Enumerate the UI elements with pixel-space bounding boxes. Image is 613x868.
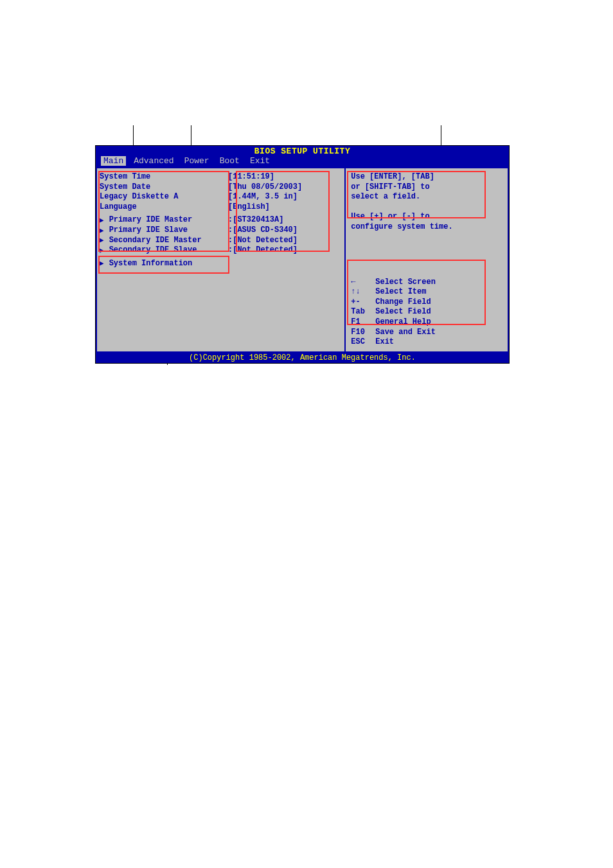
field-label: Legacy Diskette A [100,192,228,202]
bios-title: BIOS SETUP UTILITY [96,146,509,156]
help-panel: Use [ENTER], [TAB] or [SHIFT-TAB] to sel… [344,167,509,353]
highlight-nav-keys [347,260,486,325]
field-language[interactable]: Language [English] [100,202,342,213]
menu-advanced[interactable]: Advanced [134,156,184,166]
field-value: [11:51:19] [228,172,274,182]
field-label: System Date [100,182,228,193]
field-value: :[Not Detected] [228,236,298,246]
content-area: System Time [11:51:19] System Date [Thu … [96,167,509,353]
bios-footer: (C)Copyright 1985-2002, American Megatre… [96,353,509,363]
field-label: Secondary IDE Slave [109,245,197,256]
field-secondary-ide-slave[interactable]: ▶Secondary IDE Slave :[Not Detected] [100,245,342,256]
callout-line [133,125,134,146]
field-primary-ide-slave[interactable]: ▶Primary IDE Slave :[ASUS CD-S340] [100,226,342,236]
field-label: Language [100,202,228,213]
arrow-right-icon: ▶ [100,226,104,235]
field-label: System Time [100,172,228,182]
arrow-right-icon: ▶ [100,216,104,225]
field-value: :[ST320413A] [228,215,283,226]
nav-exit: ESCExit [351,337,502,348]
menu-bar: Main Advanced Power Boot Exit [96,156,509,167]
menu-boot[interactable]: Boot [220,156,250,166]
help-line: configure system time. [351,222,502,233]
field-label: Primary IDE Slave [109,226,188,236]
menu-exit[interactable]: Exit [250,156,280,166]
nav-desc: Save and Exit [375,328,436,338]
menu-power[interactable]: Power [184,156,220,166]
callout-line [191,125,191,146]
field-label: Secondary IDE Master [109,236,202,246]
highlight-help-text [347,171,486,218]
field-legacy-diskette[interactable]: Legacy Diskette A [1.44M, 3.5 in] [100,192,342,202]
field-label: Primary IDE Master [109,215,193,226]
field-value: [Thu 08/05/2003] [228,182,302,193]
nav-save-exit: F10Save and Exit [351,328,502,338]
arrow-right-icon: ▶ [100,236,104,245]
bios-window: BIOS SETUP UTILITY Main Advanced Power B… [95,145,510,364]
menu-main[interactable]: Main [101,156,126,166]
field-value: :[ASUS CD-S340] [228,226,298,236]
field-system-time[interactable]: System Time [11:51:19] [100,172,342,182]
field-primary-ide-master[interactable]: ▶Primary IDE Master :[ST320413A] [100,215,342,226]
field-value: [1.44M, 3.5 in] [228,192,298,202]
field-label: System Information [109,259,193,269]
nav-key: F10 [351,328,375,338]
nav-key: ESC [351,337,375,348]
field-system-information[interactable]: ▶System Information [100,259,342,269]
field-system-date[interactable]: System Date [Thu 08/05/2003] [100,182,342,193]
callout-line [441,125,441,146]
arrow-right-icon: ▶ [100,259,104,268]
left-panel: System Time [11:51:19] System Date [Thu … [96,167,344,353]
nav-desc: Exit [375,337,394,348]
field-value: [English] [228,202,270,213]
arrow-right-icon: ▶ [100,246,104,255]
field-secondary-ide-master[interactable]: ▶Secondary IDE Master :[Not Detected] [100,236,342,246]
field-value: :[Not Detected] [228,245,298,256]
